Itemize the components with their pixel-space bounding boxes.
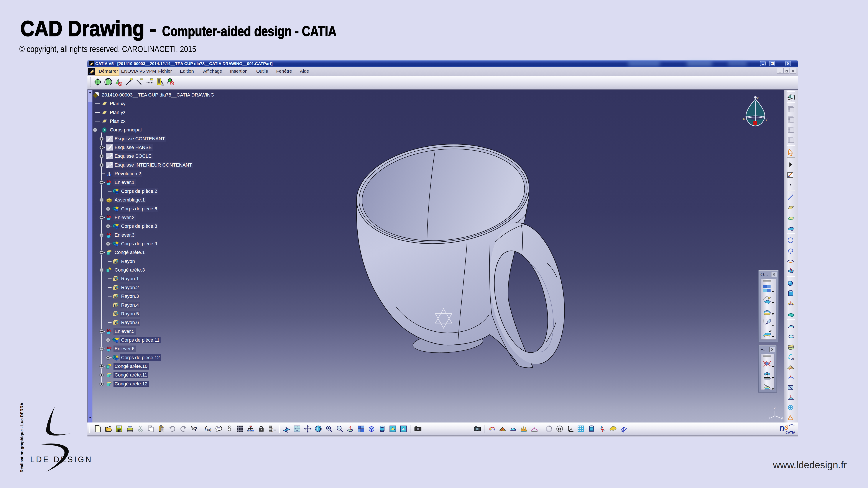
svg-text:?: ? — [194, 426, 197, 432]
svg-text:(x): (x) — [207, 428, 211, 432]
svg-text:f: f — [205, 425, 207, 431]
svg-text:}=: }= — [272, 427, 276, 432]
svg-text:CATIA: CATIA — [785, 430, 795, 434]
svg-text:z: z — [757, 96, 758, 100]
svg-text:B: B — [114, 312, 116, 316]
svg-text:y: y — [766, 117, 767, 121]
svg-text:S: S — [785, 424, 788, 431]
svg-text:B: B — [114, 286, 116, 290]
svg-text:B: B — [114, 304, 116, 307]
svg-text:z: z — [774, 405, 776, 410]
svg-text:B: B — [114, 277, 116, 281]
svg-text:B: B — [114, 295, 116, 298]
svg-text:x: x — [743, 117, 745, 121]
svg-text:D: D — [779, 424, 785, 433]
svg-text:x: x — [768, 415, 771, 420]
svg-text:xN: xN — [791, 358, 794, 360]
svg-text:y: y — [781, 416, 783, 420]
svg-text:B: B — [114, 260, 116, 263]
svg-text:B: B — [114, 321, 116, 325]
svg-text:Ω: Ω — [512, 427, 515, 430]
